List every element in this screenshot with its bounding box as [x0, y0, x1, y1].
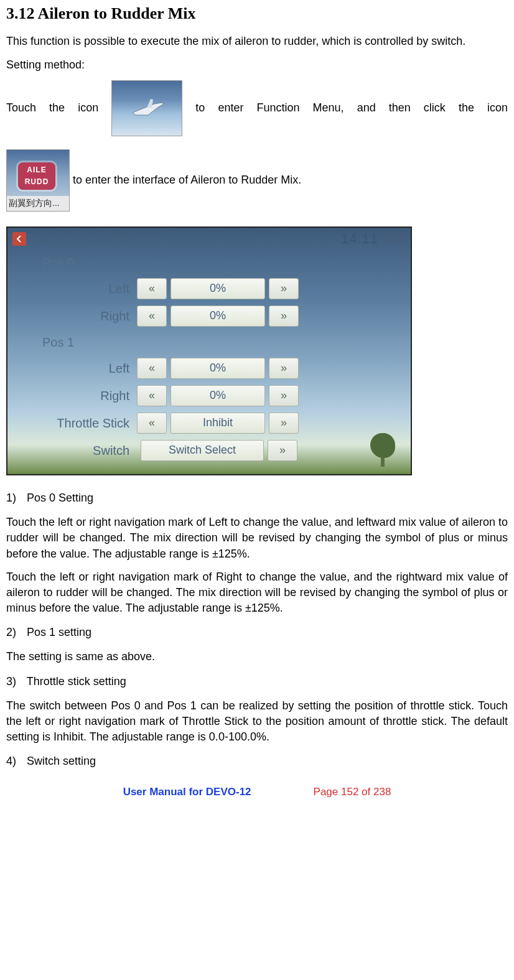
icon-line-1: Touch the icon to enter Function Menu, a… — [6, 80, 508, 152]
throttle-value: Inhibit — [171, 413, 265, 434]
screen-title: Aileron to Rudder Mix — [32, 230, 341, 248]
clock-text: 14:11 — [341, 230, 378, 249]
switch-open[interactable]: » — [268, 440, 297, 461]
function-menu-icon — [111, 80, 182, 136]
step-1: 1) Pos 0 Setting — [6, 490, 508, 506]
pos0-left-label: Left — [7, 280, 137, 297]
switch-value[interactable]: Switch Select — [141, 440, 264, 461]
step-3-num: 3) — [6, 674, 24, 689]
line1a-text: Touch the icon — [6, 101, 111, 114]
step-2-title: Pos 1 setting — [27, 626, 91, 638]
step-3: 3) Throttle stick setting — [6, 674, 508, 689]
throttle-dec[interactable]: « — [137, 413, 167, 434]
step-2-num: 2) — [6, 625, 24, 640]
tree-decoration — [367, 429, 398, 467]
step-1-num: 1) — [6, 490, 24, 506]
step-3-title: Throttle stick setting — [27, 675, 126, 688]
pos1-left-row: Left « 0% » — [7, 355, 411, 382]
step-3-p1: The switch between Pos 0 and Pos 1 can b… — [6, 698, 508, 745]
pos0-left-dec[interactable]: « — [137, 278, 167, 299]
pos0-right-label: Right — [7, 307, 137, 325]
back-icon[interactable] — [12, 232, 26, 246]
pos0-right-row: Right « 0% » — [7, 302, 411, 330]
footer-manual: User Manual for DEVO-12 — [123, 785, 251, 800]
step-2-p1: The setting is same as above. — [6, 649, 508, 665]
pos1-left-value: 0% — [171, 358, 265, 379]
step-2: 2) Pos 1 setting — [6, 625, 508, 640]
step-4-title: Switch setting — [27, 755, 96, 767]
throttle-label: Throttle Stick — [7, 414, 137, 432]
pos0-right-value: 0% — [171, 306, 265, 327]
line1b-text: to enter Function Menu, and then click t… — [195, 101, 508, 114]
pos1-left-dec[interactable]: « — [137, 358, 167, 379]
pos0-label: Pos 0 — [7, 250, 411, 275]
section-heading: 3.12 Aileron to Rudder Mix — [6, 2, 508, 25]
pos0-left-inc[interactable]: » — [269, 278, 299, 299]
step-1-title: Pos 0 Setting — [27, 492, 93, 504]
pos1-right-inc[interactable]: » — [269, 385, 299, 406]
pos0-right-dec[interactable]: « — [137, 306, 167, 327]
page-footer: User Manual for DEVO-12 Page 152 of 238 — [6, 785, 508, 800]
aile-rudd-icon: 副翼到方向... — [6, 149, 70, 212]
pos0-left-row: Left « 0% » — [7, 275, 411, 302]
step-1-p2: Touch the left or right navigation mark … — [6, 569, 508, 617]
intro-text: This function is possible to execute the… — [6, 34, 508, 49]
throttle-inc[interactable]: » — [269, 413, 299, 434]
pos1-right-dec[interactable]: « — [137, 385, 167, 406]
throttle-row: Throttle Stick « Inhibit » — [7, 409, 411, 437]
pos1-left-inc[interactable]: » — [269, 358, 299, 379]
pos1-right-label: Right — [7, 387, 137, 404]
step-4: 4) Switch setting — [6, 754, 508, 769]
status-icons — [383, 233, 406, 245]
aile-rudd-caption: 副翼到方向... — [7, 196, 69, 211]
pos0-left-value: 0% — [171, 278, 265, 299]
device-screenshot: Aileron to Rudder Mix 14:11 Pos 0 Left «… — [6, 226, 412, 475]
pos1-right-row: Right « 0% » — [7, 382, 411, 409]
pos1-label: Pos 1 — [7, 330, 411, 355]
switch-label: Switch — [7, 442, 137, 459]
icon-line-2: 副翼到方向... to enter the interface of Ailer… — [6, 149, 508, 212]
pos1-left-label: Left — [7, 360, 137, 377]
pos0-right-inc[interactable]: » — [269, 306, 299, 327]
setting-method-label: Setting method: — [6, 57, 508, 73]
line2b-text: to enter the interface of Aileron to Rud… — [73, 174, 301, 186]
footer-page: Page 152 of 238 — [314, 785, 391, 800]
switch-row: Switch Switch Select » — [7, 437, 411, 464]
pos1-right-value: 0% — [171, 385, 265, 406]
step-4-num: 4) — [6, 754, 24, 769]
step-1-p1: Touch the left or right navigation mark … — [6, 515, 508, 562]
